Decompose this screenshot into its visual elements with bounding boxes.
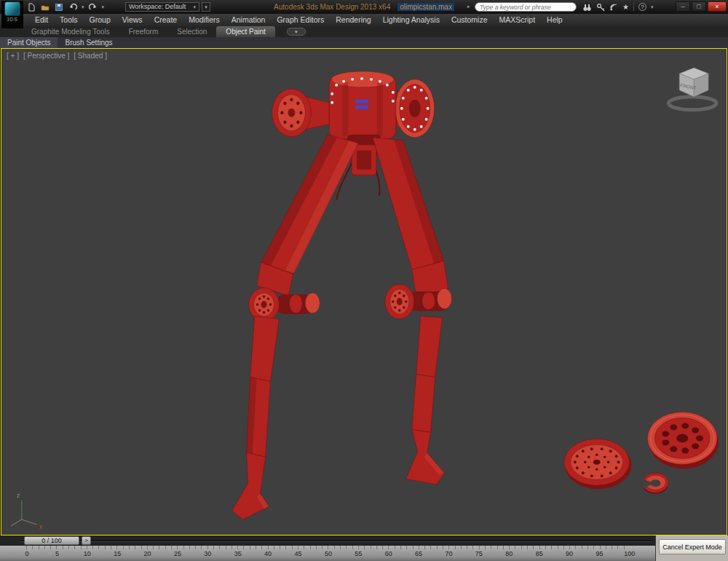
tick-label: 65 [411, 550, 427, 557]
viewport-pov-menu[interactable]: [ Perspective ] [23, 52, 69, 60]
scene-svg: FRONT z x [1, 49, 727, 535]
viewport-shading-menu[interactable]: [ Shaded ] [74, 52, 107, 60]
trackbar-labels: 0 5 10 15 20 25 30 35 40 45 50 55 60 65 … [19, 550, 638, 557]
tick-label: 35 [230, 550, 246, 557]
chevron-down-icon: ▾ [193, 4, 196, 9]
menu-tools[interactable]: Tools [54, 14, 84, 26]
viewport-label: [ + ] [ Perspective ] [ Shaded ] [7, 52, 107, 60]
search-input[interactable] [480, 4, 571, 11]
red-ring-small[interactable] [642, 473, 668, 493]
time-slider-handle[interactable]: 0 / 100 [24, 536, 79, 545]
infocenter-icons: ★ ? ▾ [582, 2, 653, 12]
minimize-button[interactable]: – [676, 1, 690, 12]
menu-create[interactable]: Create [149, 14, 183, 26]
menu-edit[interactable]: Edit [29, 14, 54, 26]
viewport-canvas[interactable]: FRONT z x [ + ] [ Perspective ] [ Shaded… [1, 48, 727, 536]
menu-customize[interactable]: Customize [446, 14, 494, 26]
save-floppy-icon [55, 3, 63, 12]
menu-group[interactable]: Group [84, 14, 116, 26]
logo-caption: 3DS [1, 16, 23, 23]
tick-label: 50 [320, 550, 336, 557]
favorites-star-icon[interactable]: ★ [622, 3, 629, 11]
menu-rendering[interactable]: Rendering [330, 14, 376, 26]
red-model[interactable] [232, 71, 452, 519]
title-bar: ▾ ▾ Workspace: Default ▾ ▾ Autodesk 3ds … [0, 0, 728, 14]
file-title: olimpicstan.max [397, 3, 454, 11]
tick-label: 30 [199, 550, 215, 557]
infocenter-search [475, 2, 577, 12]
tick-label: 25 [170, 550, 186, 557]
undo-dropdown-caret[interactable]: ▾ [82, 4, 84, 9]
tick-label: 5 [49, 550, 65, 557]
viewcube[interactable]: FRONT [668, 68, 716, 110]
communication-center-icon[interactable] [609, 3, 618, 12]
track-bar[interactable]: 0 5 10 15 20 25 30 35 40 45 50 55 60 65 … [0, 546, 655, 561]
tab-selection[interactable]: Selection [167, 26, 216, 37]
undo-icon [68, 3, 77, 12]
menu-help[interactable]: Help [541, 14, 569, 26]
menu-animation[interactable]: Animation [226, 14, 272, 26]
menu-views[interactable]: Views [116, 14, 149, 26]
tab-freeform[interactable]: Freeform [119, 26, 168, 37]
redo-icon [89, 3, 98, 12]
redo-dropdown-caret[interactable]: ▾ [102, 4, 105, 9]
viewcube-compass-ring[interactable] [668, 97, 716, 110]
tick-label: 95 [591, 550, 607, 557]
tick-label: 10 [79, 550, 95, 557]
tick-label: 20 [140, 550, 156, 557]
window-controls: – □ × [676, 1, 727, 12]
axis-z-label: z [17, 492, 20, 499]
open-folder-icon [41, 3, 50, 12]
help-dropdown-caret[interactable]: ▾ [651, 4, 654, 9]
time-slider-row: 0 / 100 > [0, 536, 655, 546]
red-disc-medium[interactable] [564, 439, 632, 489]
ribbon-minimize-button[interactable]: ▾ [287, 28, 306, 36]
tick-label: 100 [622, 550, 638, 557]
subtab-paint-objects[interactable]: Paint Objects [0, 37, 58, 48]
3ds-max-window: ▾ ▾ Workspace: Default ▾ ▾ Autodesk 3ds … [0, 0, 728, 561]
tick-label: 85 [531, 550, 547, 557]
tick-label: 60 [381, 550, 397, 557]
subscription-key-icon[interactable] [596, 3, 605, 12]
new-scene-button[interactable] [26, 2, 36, 12]
undo-button[interactable] [68, 2, 78, 12]
tick-label: 0 [19, 550, 35, 557]
workspace-selector[interactable]: Workspace: Default ▾ [125, 2, 199, 12]
close-button[interactable]: × [708, 1, 727, 12]
open-file-button[interactable] [40, 2, 50, 12]
maximize-button[interactable]: □ [692, 1, 706, 12]
help-icon[interactable]: ? [638, 3, 646, 11]
tab-graphite-modeling-tools[interactable]: Graphite Modeling Tools [22, 26, 119, 37]
tick-label: 70 [440, 550, 456, 557]
time-slider-track[interactable] [20, 540, 652, 542]
app-title: Autodesk 3ds Max Design 2013 x64 [274, 3, 390, 11]
red-disc-large[interactable] [647, 412, 719, 469]
search-scope-caret[interactable]: ▸ [467, 4, 470, 9]
menu-modifiers[interactable]: Modifiers [183, 14, 226, 26]
viewport-general-menu[interactable]: [ + ] [7, 52, 19, 60]
search-binoculars-icon[interactable] [582, 3, 592, 12]
trackbar-ticks [26, 546, 630, 549]
menu-lighting-analysis[interactable]: Lighting Analysis [377, 14, 446, 26]
world-axis-tripod: z x [11, 492, 43, 530]
3ds-max-logo-icon [4, 1, 20, 16]
workspace-label: Workspace: Default [129, 3, 186, 11]
tick-label: 75 [471, 550, 487, 557]
tick-label: 80 [501, 550, 517, 557]
axis-x-label: x [39, 523, 43, 530]
redo-button[interactable] [88, 2, 98, 12]
window-title: Autodesk 3ds Max Design 2013 x64olimpics… [240, 3, 488, 11]
tick-label: 90 [561, 550, 577, 557]
save-file-button[interactable] [54, 2, 64, 12]
status-right-panel: Cancel Expert Mode [655, 536, 728, 561]
titlebar-separator [633, 3, 634, 11]
workspace-options-button[interactable]: ▾ [202, 2, 210, 12]
subtab-brush-settings[interactable]: Brush Settings [58, 37, 119, 48]
menu-maxscript[interactable]: MAXScript [494, 14, 542, 26]
next-frame-button[interactable]: > [82, 536, 91, 545]
tick-label: 15 [109, 550, 125, 557]
menu-graph-editors[interactable]: Graph Editors [271, 14, 330, 26]
cancel-expert-mode-button[interactable]: Cancel Expert Mode [659, 539, 726, 554]
application-menu-button[interactable]: 3DS [1, 1, 23, 28]
tab-object-paint[interactable]: Object Paint [216, 26, 274, 37]
